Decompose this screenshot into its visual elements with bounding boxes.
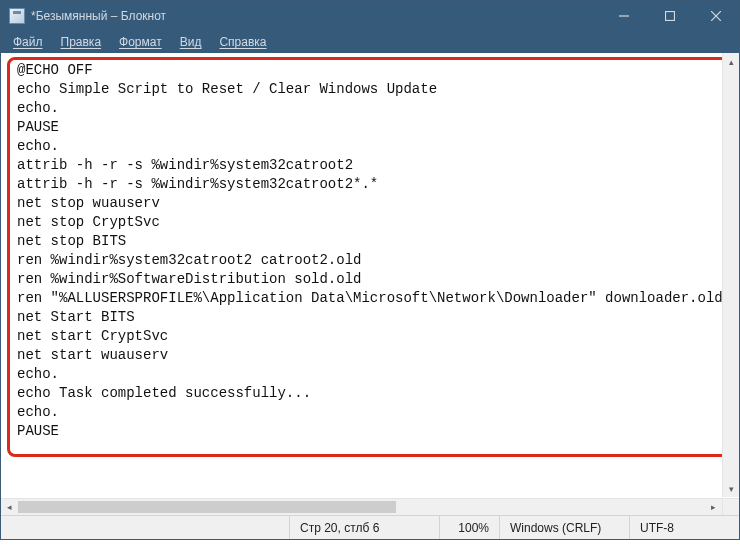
menu-view[interactable]: Вид <box>172 33 210 51</box>
titlebar: *Безымянный – Блокнот <box>1 1 739 31</box>
notepad-icon <box>9 8 25 24</box>
menu-edit[interactable]: Правка <box>53 33 110 51</box>
vertical-scrollbar[interactable]: ▴ ▾ <box>722 53 739 497</box>
scroll-down-icon[interactable]: ▾ <box>723 480 739 497</box>
statusbar: Стр 20, стлб 6 100% Windows (CRLF) UTF-8 <box>1 515 739 539</box>
menu-format[interactable]: Формат <box>111 33 170 51</box>
close-button[interactable] <box>693 1 739 31</box>
status-zoom: 100% <box>439 516 499 539</box>
scroll-left-icon[interactable]: ◂ <box>1 499 18 515</box>
status-eol: Windows (CRLF) <box>499 516 629 539</box>
window-title: *Безымянный – Блокнот <box>31 9 166 23</box>
menubar: Файл Правка Формат Вид Справка <box>1 31 739 53</box>
maximize-button[interactable] <box>647 1 693 31</box>
status-position: Стр 20, стлб 6 <box>289 516 439 539</box>
scroll-corner <box>722 498 739 515</box>
hscroll-track[interactable] <box>18 499 705 515</box>
hscroll-thumb[interactable] <box>18 501 396 513</box>
scroll-right-icon[interactable]: ▸ <box>705 499 722 515</box>
text-editor[interactable]: @ECHO OFF echo Simple Script to Reset / … <box>1 53 739 497</box>
notepad-window: *Безымянный – Блокнот Файл Правка Формат… <box>0 0 740 540</box>
scroll-up-icon[interactable]: ▴ <box>723 53 739 70</box>
svg-rect-1 <box>666 12 675 21</box>
editor-area: @ECHO OFF echo Simple Script to Reset / … <box>1 53 739 515</box>
status-encoding: UTF-8 <box>629 516 739 539</box>
menu-help[interactable]: Справка <box>211 33 274 51</box>
status-spacer <box>1 516 289 539</box>
menu-file[interactable]: Файл <box>5 33 51 51</box>
minimize-button[interactable] <box>601 1 647 31</box>
horizontal-scrollbar[interactable]: ◂ ▸ <box>1 498 722 515</box>
